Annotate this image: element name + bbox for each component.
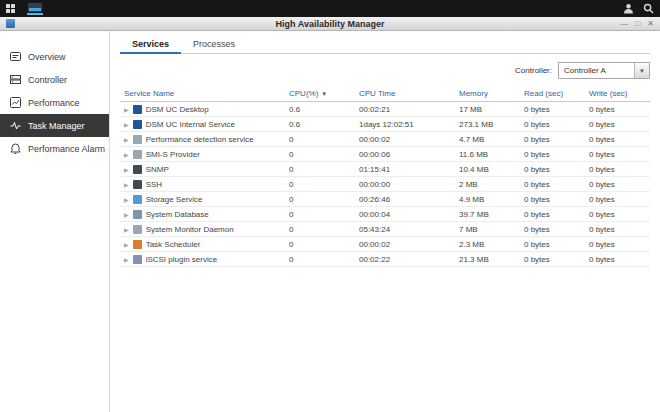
write-value: 0 bytes — [585, 207, 650, 222]
write-value: 0 bytes — [585, 177, 650, 192]
ha-manager-app-icon[interactable] — [27, 3, 43, 15]
write-value: 0 bytes — [585, 117, 650, 132]
services-table: Service Name CPU(%)▼ CPU Time Memory Rea… — [120, 86, 650, 267]
chevron-down-icon: ▼ — [634, 63, 649, 78]
column-cpu-time[interactable]: CPU Time — [355, 86, 455, 102]
memory-value: 2.3 MB — [455, 237, 520, 252]
cpu-time-value: 00:02:22 — [355, 252, 455, 267]
tab-processes[interactable]: Processes — [181, 35, 247, 53]
sidebar-item-label: Performance — [28, 98, 80, 108]
iscsi-plugin-service-icon — [133, 255, 142, 264]
cpu-value: 0 — [285, 177, 355, 192]
memory-value: 4.9 MB — [455, 192, 520, 207]
cpu-time-value: 00:00:06 — [355, 147, 455, 162]
cpu-time-value: 00:00:00 — [355, 177, 455, 192]
memory-value: 4.7 MB — [455, 132, 520, 147]
service-row[interactable]: ▶iSCSI plugin service000:02:2221.3 MB0 b… — [120, 252, 650, 267]
service-row[interactable]: ▶Storage Service000:26:464.9 MB0 bytes0 … — [120, 192, 650, 207]
service-row[interactable]: ▶System Monitor Daemon005:43:247 MB0 byt… — [120, 222, 650, 237]
service-name: SNMP — [146, 165, 169, 174]
service-name: DSM UC Internal Service — [146, 120, 235, 129]
write-value: 0 bytes — [585, 102, 650, 117]
cpu-time-value: 00:00:02 — [355, 237, 455, 252]
expand-arrow-icon[interactable]: ▶ — [124, 121, 129, 128]
window-titlebar[interactable]: High Availability Manager — □ ✕ — [0, 17, 660, 31]
expand-arrow-icon[interactable]: ▶ — [124, 256, 129, 263]
expand-arrow-icon[interactable]: ▶ — [124, 226, 129, 233]
service-row[interactable]: ▶DSM UC Desktop0.600:02:2117 MB0 bytes0 … — [120, 102, 650, 117]
expand-arrow-icon[interactable]: ▶ — [124, 181, 129, 188]
write-value: 0 bytes — [585, 237, 650, 252]
read-value: 0 bytes — [520, 177, 585, 192]
close-icon[interactable]: ✕ — [647, 17, 654, 30]
expand-arrow-icon[interactable]: ▶ — [124, 166, 129, 173]
expand-arrow-icon[interactable]: ▶ — [124, 211, 129, 218]
expand-arrow-icon[interactable]: ▶ — [124, 151, 129, 158]
sidebar-item-overview[interactable]: Overview — [0, 45, 109, 68]
controller-select[interactable]: Controller A ▼ — [558, 62, 650, 79]
column-cpu[interactable]: CPU(%)▼ — [285, 86, 355, 102]
write-value: 0 bytes — [585, 147, 650, 162]
sidebar-item-controller[interactable]: Controller — [0, 68, 109, 91]
performance-icon — [9, 96, 22, 109]
table-header-row: Service Name CPU(%)▼ CPU Time Memory Rea… — [120, 86, 650, 102]
performance-alarm-icon — [9, 142, 22, 155]
column-write[interactable]: Write (sec) — [585, 86, 650, 102]
read-value: 0 bytes — [520, 222, 585, 237]
sidebar-item-performance-alarm[interactable]: Performance Alarm — [0, 137, 109, 160]
maximize-icon[interactable]: □ — [635, 17, 640, 30]
service-row[interactable]: ▶SNMP001:15:4110.4 MB0 bytes0 bytes — [120, 162, 650, 177]
sidebar: Overview Controller Performance Task Man… — [0, 31, 110, 412]
search-icon[interactable] — [643, 3, 654, 14]
column-read[interactable]: Read (sec) — [520, 86, 585, 102]
service-row[interactable]: ▶Task Scheduler000:00:022.3 MB0 bytes0 b… — [120, 237, 650, 252]
service-row[interactable]: ▶SSH000:00:002 MB0 bytes0 bytes — [120, 177, 650, 192]
column-service-name[interactable]: Service Name — [120, 86, 285, 102]
sidebar-item-task-manager[interactable]: Task Manager — [0, 114, 109, 137]
cpu-time-value: 00:00:04 — [355, 207, 455, 222]
cpu-value: 0 — [285, 162, 355, 177]
tab-services[interactable]: Services — [120, 35, 181, 54]
controller-row: Controller: Controller A ▼ — [120, 62, 650, 79]
storage-service-icon — [133, 195, 142, 204]
cpu-value: 0 — [285, 147, 355, 162]
read-value: 0 bytes — [520, 162, 585, 177]
service-row[interactable]: ▶SMI-S Provider000:00:0611.6 MB0 bytes0 … — [120, 147, 650, 162]
system-database-icon — [133, 210, 142, 219]
service-row[interactable]: ▶DSM UC Internal Service0.61days 12:02:5… — [120, 117, 650, 132]
read-value: 0 bytes — [520, 237, 585, 252]
column-memory[interactable]: Memory — [455, 86, 520, 102]
system-monitor-daemon-icon — [133, 225, 142, 234]
service-name: DSM UC Desktop — [146, 105, 209, 114]
read-value: 0 bytes — [520, 192, 585, 207]
memory-value: 21.3 MB — [455, 252, 520, 267]
write-value: 0 bytes — [585, 192, 650, 207]
app-thumbnail — [28, 3, 42, 12]
user-icon[interactable] — [623, 3, 634, 14]
overview-icon — [9, 50, 22, 63]
service-name: System Database — [146, 210, 209, 219]
sidebar-item-label: Controller — [28, 75, 67, 85]
write-value: 0 bytes — [585, 162, 650, 177]
sidebar-item-performance[interactable]: Performance — [0, 91, 109, 114]
memory-value: 10.4 MB — [455, 162, 520, 177]
expand-arrow-icon[interactable]: ▶ — [124, 196, 129, 203]
write-value: 0 bytes — [585, 252, 650, 267]
expand-arrow-icon[interactable]: ▶ — [124, 241, 129, 248]
cpu-value: 0 — [285, 222, 355, 237]
expand-arrow-icon[interactable]: ▶ — [124, 136, 129, 143]
service-name: Performance detection service — [146, 135, 254, 144]
service-name: SMI-S Provider — [146, 150, 200, 159]
service-row[interactable]: ▶System Database000:00:0439.7 MB0 bytes0… — [120, 207, 650, 222]
main-menu-icon[interactable] — [6, 4, 15, 13]
cpu-time-value: 00:02:21 — [355, 102, 455, 117]
read-value: 0 bytes — [520, 147, 585, 162]
read-value: 0 bytes — [520, 252, 585, 267]
expand-arrow-icon[interactable]: ▶ — [124, 106, 129, 113]
memory-value: 2 MB — [455, 177, 520, 192]
write-value: 0 bytes — [585, 222, 650, 237]
ssh-icon — [133, 180, 142, 189]
minimize-icon[interactable]: — — [620, 17, 628, 30]
service-row[interactable]: ▶Performance detection service000:00:024… — [120, 132, 650, 147]
task-manager-icon — [9, 119, 22, 132]
